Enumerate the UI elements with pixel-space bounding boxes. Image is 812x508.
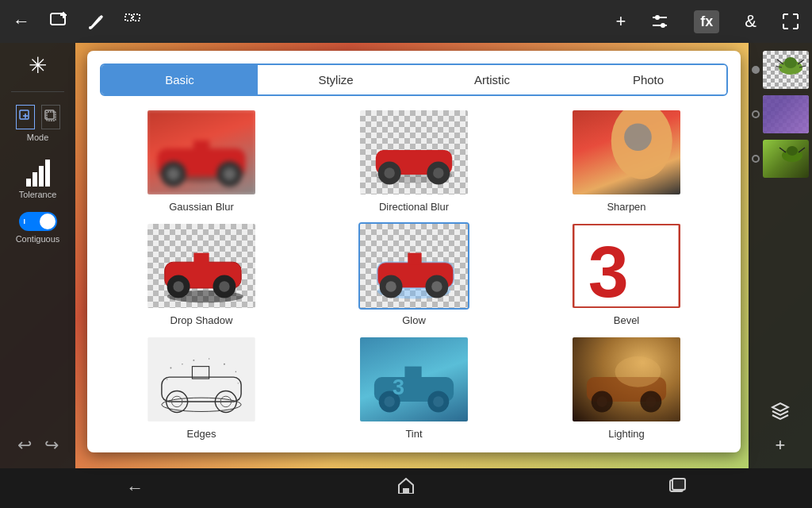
effect-sharpen[interactable]: Sharpen	[525, 109, 728, 213]
svg-point-71	[182, 364, 183, 365]
svg-point-3	[89, 26, 92, 29]
svg-point-68	[220, 396, 231, 406]
effect-glow[interactable]: Glow	[312, 222, 515, 326]
effects-grid: Gaussian Blur Directional Blur	[100, 109, 728, 440]
svg-text:3: 3	[393, 375, 404, 399]
thumb-img-bevel: 3	[573, 224, 680, 308]
effect-thumb-glow	[358, 222, 469, 310]
effect-directional-blur[interactable]: Directional Blur	[312, 109, 515, 213]
svg-point-90	[615, 356, 661, 387]
effect-thumb-directional-blur	[358, 109, 469, 196]
effect-thumb-lighting	[571, 336, 682, 423]
tab-photo[interactable]: Photo	[570, 65, 726, 94]
undo-button[interactable]: ↩	[17, 435, 32, 456]
toolbar-center: + fx &	[615, 10, 799, 33]
wand-tool[interactable]: ✳	[29, 52, 47, 79]
fx-button[interactable]: fx	[694, 10, 719, 33]
bar-2	[33, 172, 37, 187]
brush-button[interactable]	[87, 13, 105, 30]
effect-label-sharpen: Sharpen	[607, 201, 645, 213]
add-layer-sidebar-button[interactable]: +	[776, 435, 786, 456]
effect-label-bevel: Bevel	[614, 314, 640, 326]
effect-thumb-bevel: 3	[571, 222, 682, 310]
effect-thumb-gaussian-blur	[146, 109, 257, 196]
svg-point-77	[238, 383, 239, 383]
top-toolbar: ← +	[0, 0, 812, 43]
effect-gaussian-blur[interactable]: Gaussian Blur	[100, 109, 303, 213]
layer-item-3[interactable]	[752, 140, 809, 178]
selection-button[interactable]	[124, 13, 141, 30]
svg-point-75	[236, 371, 237, 373]
thumb-img-edges	[147, 337, 255, 421]
effect-label-edges: Edges	[187, 428, 216, 440]
adjustments-button[interactable]	[651, 13, 668, 30]
layer-preview-1	[763, 51, 809, 89]
sidebar-bottom-icons: +	[771, 402, 790, 462]
bottom-nav: ←	[0, 468, 812, 508]
effect-drop-shadow[interactable]: Drop Shadow	[100, 222, 303, 326]
svg-rect-11	[20, 110, 29, 119]
svg-point-88	[596, 396, 607, 406]
tab-basic[interactable]: Basic	[102, 65, 258, 94]
svg-rect-4	[125, 14, 132, 21]
svg-point-30	[167, 167, 179, 180]
svg-rect-93	[672, 479, 685, 490]
svg-point-72	[193, 360, 194, 361]
thumb-img-glow	[360, 224, 468, 308]
mode-add-icon[interactable]	[16, 105, 35, 129]
redo-button[interactable]: ↪	[44, 435, 59, 456]
svg-point-56	[385, 281, 396, 291]
layer-item-1[interactable]	[752, 51, 809, 89]
add-button[interactable]: +	[615, 11, 626, 32]
tab-artistic[interactable]: Artistic	[414, 65, 570, 94]
effect-edges[interactable]: Edges	[100, 336, 303, 440]
nav-home-button[interactable]	[396, 478, 416, 498]
thumb-img-gaussian	[146, 109, 257, 196]
svg-point-82	[433, 396, 443, 406]
effects-tab-bar: Basic Stylize Artistic Photo	[100, 64, 728, 96]
mode-subtract-icon[interactable]	[41, 105, 60, 129]
contiguous-toggle-section: I Contiguous	[16, 212, 60, 244]
mode-label: Mode	[27, 133, 49, 142]
tab-stylize[interactable]: Stylize	[258, 65, 414, 94]
svg-rect-61	[573, 224, 680, 308]
toolbar-left: ←	[13, 11, 141, 32]
effect-tint[interactable]: 3 Tint	[312, 336, 515, 440]
add-layer-button[interactable]	[49, 12, 68, 31]
svg-point-74	[224, 364, 225, 365]
svg-point-48	[173, 281, 183, 291]
effect-thumb-drop-shadow	[146, 222, 257, 310]
svg-rect-69	[192, 367, 209, 379]
effect-bevel[interactable]: 3 Bevel	[525, 222, 728, 326]
nav-back-button[interactable]: ←	[126, 478, 144, 498]
layer-item-2[interactable]	[752, 95, 809, 133]
effect-label-lighting: Lighting	[608, 428, 645, 440]
nav-recents-button[interactable]	[668, 478, 686, 498]
svg-point-31	[223, 167, 236, 180]
effect-label-gaussian-blur: Gaussian Blur	[169, 201, 234, 213]
svg-point-23	[787, 146, 798, 156]
fullscreen-button[interactable]	[782, 13, 799, 30]
mode-icons	[16, 105, 60, 129]
effect-thumb-edges	[146, 336, 257, 423]
svg-line-19	[798, 60, 804, 64]
right-sidebar: +	[749, 43, 812, 468]
svg-rect-58	[408, 253, 421, 264]
blend-button[interactable]: &	[745, 11, 756, 32]
bar-1	[26, 179, 31, 187]
svg-point-38	[384, 167, 394, 178]
svg-line-18	[777, 60, 783, 64]
contiguous-toggle[interactable]: I	[19, 212, 57, 231]
effect-thumb-tint: 3	[358, 336, 469, 423]
layers-button[interactable]	[771, 402, 790, 425]
svg-point-17	[784, 57, 797, 68]
bar-3	[39, 166, 44, 187]
svg-point-42	[624, 123, 652, 151]
effect-lighting[interactable]: Lighting	[525, 336, 728, 440]
svg-point-76	[167, 379, 167, 379]
effect-label-glow: Glow	[402, 314, 426, 326]
thumb-img-dropshadow	[147, 224, 255, 308]
svg-point-8	[656, 16, 659, 19]
svg-rect-50	[193, 253, 209, 265]
back-button[interactable]: ←	[13, 11, 30, 32]
